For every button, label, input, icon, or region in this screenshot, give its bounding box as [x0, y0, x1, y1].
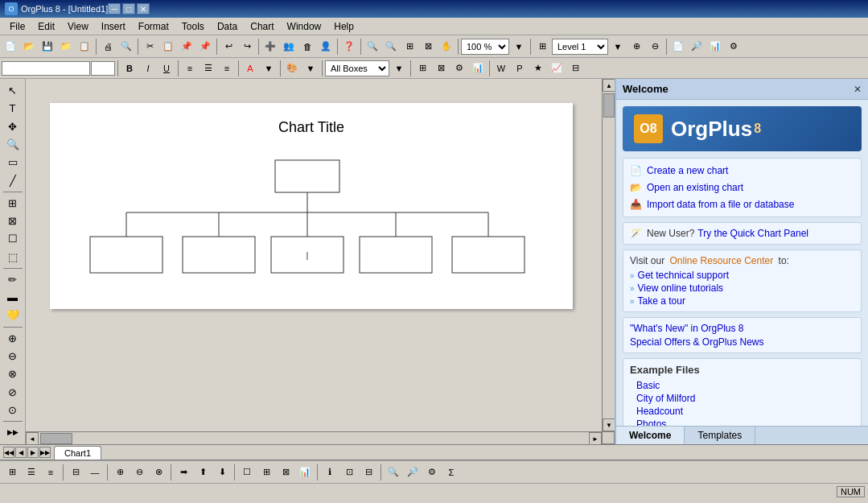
- btm-btn4[interactable]: ⊟: [67, 464, 84, 481]
- create-link-row[interactable]: 📄 Create a new chart: [630, 163, 854, 178]
- child-box-2[interactable]: [183, 237, 255, 273]
- scroll-up-button[interactable]: ▲: [603, 79, 615, 92]
- menu-data[interactable]: Data: [211, 19, 244, 34]
- level-dropdown[interactable]: Level 1 Level 2 Level 3: [552, 39, 608, 55]
- btm-btn17[interactable]: ⊡: [340, 464, 358, 481]
- tool11[interactable]: ⊖: [3, 348, 23, 365]
- redo-button[interactable]: ↪: [238, 38, 256, 56]
- btm-btn9[interactable]: ➡: [175, 464, 192, 481]
- format-btn4[interactable]: 📊: [469, 60, 487, 77]
- font-color-button[interactable]: A: [241, 60, 259, 77]
- btm-btn7[interactable]: ⊖: [130, 464, 148, 481]
- example-basic[interactable]: Basic: [630, 379, 854, 392]
- menu-view[interactable]: View: [61, 19, 95, 34]
- zoom-out-button[interactable]: 🔍: [382, 38, 400, 56]
- font-name-input[interactable]: [2, 61, 90, 76]
- layout-btn[interactable]: ⊞: [533, 38, 551, 56]
- btm-btn5[interactable]: —: [86, 464, 104, 481]
- bold-button[interactable]: B: [121, 60, 138, 77]
- close-button[interactable]: ✕: [137, 3, 150, 14]
- open-link[interactable]: Open an existing chart: [647, 180, 743, 195]
- root-box[interactable]: [275, 160, 339, 192]
- btm-btn20[interactable]: 🔎: [404, 464, 422, 481]
- hscroll-thumb[interactable]: [40, 433, 72, 444]
- menu-edit[interactable]: Edit: [31, 19, 61, 34]
- help-button[interactable]: ❓: [340, 38, 358, 56]
- import-link[interactable]: Import data from a file or database: [647, 197, 794, 212]
- zoom-dropdown[interactable]: 100 % 75 % 50 % 150 %: [461, 39, 509, 55]
- zoom-in-button[interactable]: 🔍: [364, 38, 381, 56]
- paste-button[interactable]: 📌: [178, 38, 195, 56]
- box-filter-dropdown[interactable]: All Boxes: [325, 60, 389, 76]
- menu-file[interactable]: File: [3, 19, 31, 34]
- btm-btn1[interactable]: ⊞: [3, 464, 21, 481]
- paste-special-button[interactable]: 📌: [196, 38, 214, 56]
- cut-button[interactable]: ✂: [141, 38, 158, 56]
- btm-btn11[interactable]: ⬇: [213, 464, 231, 481]
- btm-btn6[interactable]: ⊕: [111, 464, 129, 481]
- scroll-left-button[interactable]: ◄: [26, 432, 39, 444]
- btm-btn15[interactable]: 📊: [296, 464, 314, 481]
- zoom-select-button[interactable]: ⊠: [419, 38, 437, 56]
- delete-button[interactable]: 🗑: [298, 38, 316, 56]
- btm-btn12[interactable]: ☐: [238, 464, 256, 481]
- box-filter-btn[interactable]: ▼: [390, 60, 408, 77]
- prev-sheet-button[interactable]: ◀: [15, 447, 27, 458]
- next-sheet-button[interactable]: ▶: [27, 447, 39, 458]
- format-btn2[interactable]: ⊠: [432, 60, 450, 77]
- example-milford[interactable]: City of Milford: [630, 392, 854, 405]
- fill-color-dropdown[interactable]: ▼: [302, 60, 319, 77]
- tool5[interactable]: ☐: [3, 230, 23, 247]
- level-dropdown-btn[interactable]: ▼: [609, 38, 627, 56]
- extra-btn1[interactable]: 📊: [706, 38, 724, 56]
- expand-all-button[interactable]: ⊕: [627, 38, 645, 56]
- btm-btn3[interactable]: ≡: [42, 464, 60, 481]
- collapse-all-button[interactable]: ⊖: [646, 38, 664, 56]
- import-link-row[interactable]: 📥 Import data from a file or database: [630, 197, 854, 212]
- support-link[interactable]: Get technical support: [638, 270, 729, 281]
- child-box-5[interactable]: [452, 237, 525, 273]
- format-extra1[interactable]: W: [492, 60, 510, 77]
- tab-templates[interactable]: Templates: [685, 427, 755, 444]
- scroll-right-button[interactable]: ►: [589, 432, 602, 444]
- format-extra3[interactable]: ★: [529, 60, 547, 77]
- fill-color-button[interactable]: 🎨: [283, 60, 301, 77]
- first-sheet-button[interactable]: ◀◀: [3, 447, 14, 458]
- minimize-button[interactable]: ─: [108, 3, 121, 14]
- underline-button[interactable]: U: [158, 60, 175, 77]
- example-photos[interactable]: Photos: [630, 418, 854, 426]
- btm-btn16[interactable]: ℹ: [321, 464, 339, 481]
- employee-button[interactable]: 👤: [317, 38, 335, 56]
- print-button[interactable]: 🖨: [99, 38, 117, 56]
- tool10[interactable]: ⊕: [3, 329, 23, 346]
- fit-button[interactable]: ⊞: [401, 38, 418, 56]
- open-link-row[interactable]: 📂 Open an existing chart: [630, 180, 854, 195]
- whatsnew-link[interactable]: "What's New" in OrgPlus 8: [630, 323, 854, 334]
- tool9[interactable]: 💛: [3, 307, 23, 324]
- tool7[interactable]: ✏: [3, 271, 23, 288]
- tool14[interactable]: ⊙: [3, 402, 23, 418]
- btm-btn10[interactable]: ⬆: [194, 464, 212, 481]
- tour-row[interactable]: » Take a tour: [630, 295, 854, 307]
- format-btn1[interactable]: ⊞: [413, 60, 431, 77]
- save-button[interactable]: 💾: [39, 38, 56, 56]
- child-box-4[interactable]: [360, 237, 432, 273]
- add-coworker-button[interactable]: 👥: [280, 38, 298, 56]
- print-preview-button[interactable]: 🔍: [117, 38, 135, 56]
- title-controls[interactable]: ─ □ ✕: [108, 3, 150, 14]
- restore-button[interactable]: □: [122, 3, 135, 14]
- font-size-input[interactable]: [91, 61, 115, 76]
- tutorials-row[interactable]: » View online tutorials: [630, 282, 854, 294]
- btm-btn13[interactable]: ⊞: [257, 464, 275, 481]
- pan-button[interactable]: ✋: [438, 38, 455, 56]
- collapse-btn[interactable]: ▶▶: [3, 424, 23, 441]
- line-tool[interactable]: ╱: [3, 171, 23, 188]
- align-right-button[interactable]: ≡: [218, 60, 236, 77]
- open-button[interactable]: 📂: [20, 38, 38, 56]
- tour-link[interactable]: Take a tour: [638, 295, 685, 307]
- btm-btn18[interactable]: ⊟: [360, 464, 377, 481]
- last-sheet-button[interactable]: ▶▶: [39, 447, 51, 458]
- menu-window[interactable]: Window: [281, 19, 328, 34]
- copy-button[interactable]: 📋: [159, 38, 177, 56]
- align-left-button[interactable]: ≡: [181, 60, 199, 77]
